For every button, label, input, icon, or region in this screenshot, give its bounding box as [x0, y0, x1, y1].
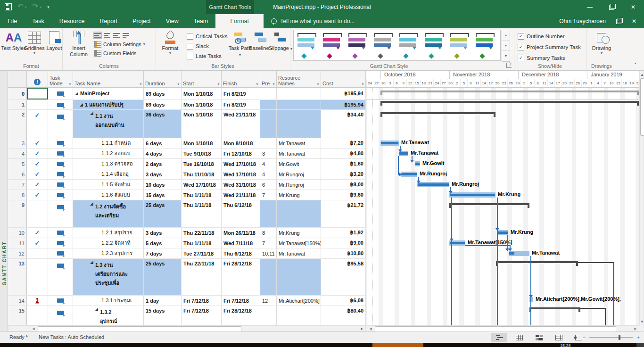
indicator-cell[interactable]: [27, 88, 48, 99]
redo-icon[interactable]: ↷ ▾: [33, 2, 42, 11]
collapse-ribbon-icon[interactable]: ⌃: [634, 62, 637, 67]
cost-cell[interactable]: ฿34,40: [321, 110, 366, 138]
task-mode-cell[interactable]: [48, 110, 73, 138]
row-number[interactable]: 1: [8, 100, 27, 109]
resource-cell[interactable]: [277, 259, 321, 295]
gantt-style-option-4[interactable]: [371, 31, 395, 59]
task-path-button[interactable]: Task Path ▾: [227, 30, 253, 58]
row-number[interactable]: 6: [8, 169, 27, 179]
gantt-style-dialog-launcher-icon[interactable]: [506, 63, 512, 68]
resource-cell[interactable]: Mr.Tanawat: [277, 138, 321, 148]
predecessors-cell[interactable]: [260, 200, 277, 227]
scroll-up-icon[interactable]: ▲: [640, 71, 644, 78]
finish-cell[interactable]: Fri 7/12/18: [222, 296, 260, 306]
predecessors-cell[interactable]: 4: [260, 159, 277, 169]
row-number[interactable]: 0: [8, 88, 27, 99]
timescale-ticks[interactable]: 2427303691215182124273025811141720232629…: [366, 79, 639, 88]
table-horizontal-scrollbar[interactable]: ◄ ►: [8, 325, 366, 331]
cost-cell[interactable]: ฿80,40: [321, 306, 366, 325]
predecessors-cell[interactable]: [260, 110, 277, 138]
gantt-style-option-6[interactable]: [422, 31, 446, 59]
duration-cell[interactable]: 89 days: [144, 88, 182, 99]
finish-cell[interactable]: Fri 12/10/18: [222, 149, 260, 158]
task-name-cell[interactable]: 1.2 งานจัดซื้อและเตรียม: [73, 200, 144, 227]
resource-cell[interactable]: Mr.Rungroj: [277, 169, 321, 179]
cost-cell[interactable]: ฿8,00: [321, 180, 366, 190]
task-name-cell[interactable]: 1.1.5 จัดทำแ: [73, 180, 144, 190]
finish-cell[interactable]: Wed 17/10/18: [222, 159, 260, 169]
start-cell[interactable]: Thu 1/11/18: [182, 238, 222, 248]
start-cell[interactable]: Mon 1/10/18: [182, 110, 222, 138]
duration-cell[interactable]: 1 day: [144, 296, 182, 306]
row-number[interactable]: 2: [8, 110, 27, 138]
column-header-cost[interactable]: Cost▼: [321, 71, 366, 87]
task-name-cell[interactable]: 1 แผนงานปรับปรุ: [73, 100, 144, 109]
gantt-task-bar[interactable]: [415, 161, 420, 166]
checkbox-outline-number[interactable]: ✓Outline Number: [518, 31, 581, 41]
indicator-cell[interactable]: [27, 200, 48, 227]
row-number[interactable]: 8: [8, 190, 27, 200]
timescale-month[interactable]: November 2018: [449, 71, 518, 79]
timescale-month[interactable]: October 2018: [380, 71, 449, 79]
indicator-cell[interactable]: [27, 306, 48, 325]
close-ribbon-icon[interactable]: ✕: [632, 18, 636, 25]
timescale-month[interactable]: January 2019: [587, 71, 639, 79]
column-header-dur[interactable]: Duration▼: [144, 71, 182, 87]
start-cell[interactable]: Thu 22/11/18: [182, 228, 222, 238]
format-button[interactable]: Format ▾: [157, 30, 183, 55]
save-icon[interactable]: [5, 3, 12, 10]
resource-cell[interactable]: [277, 100, 321, 109]
duration-cell[interactable]: 36 days: [144, 110, 182, 138]
gantt-task-bar[interactable]: [449, 192, 495, 198]
task-mode-cell[interactable]: [48, 138, 73, 148]
gantt-style-option-7[interactable]: [447, 31, 471, 59]
zoom-slider[interactable]: [589, 337, 633, 338]
start-cell[interactable]: Wed 17/10/18: [182, 180, 222, 190]
resource-cell[interactable]: Mr.Tanawat: [277, 248, 321, 258]
predecessors-cell[interactable]: [260, 88, 277, 99]
predecessors-cell[interactable]: [260, 138, 277, 148]
row-number[interactable]: 3: [8, 138, 27, 148]
indicator-cell[interactable]: ✓: [27, 190, 48, 200]
cost-cell[interactable]: ฿9,60: [321, 190, 366, 200]
gantt-summary-bar[interactable]: [380, 112, 495, 114]
indicator-cell[interactable]: ✓: [27, 238, 48, 248]
table-row[interactable]: 121.2.3 สรุปการ7 daysTue 27/11/18Thu 6/1…: [8, 248, 366, 259]
cost-cell[interactable]: ฿195,94: [321, 100, 366, 109]
filter-arrow-icon[interactable]: ▼: [256, 83, 259, 86]
task-mode-cell[interactable]: [48, 149, 73, 158]
chart-horizontal-scrollbar[interactable]: ◄ ►: [366, 325, 639, 331]
start-cell[interactable]: Thu 11/10/18: [182, 169, 222, 179]
gallery-more-icon[interactable]: ▼: [502, 51, 510, 61]
predecessors-cell[interactable]: 3: [260, 149, 277, 158]
finish-cell[interactable]: Wed 17/10/18: [222, 169, 260, 179]
start-cell[interactable]: Mon 1/10/18: [182, 100, 222, 109]
taskbar-tray[interactable]: [636, 343, 644, 347]
task-mode-cell[interactable]: [48, 100, 73, 109]
indicator-cell[interactable]: [27, 248, 48, 258]
task-name-cell[interactable]: 1.1.4 เลือกอุ: [73, 169, 144, 179]
tab-task[interactable]: Task: [25, 14, 52, 28]
finish-cell[interactable]: Wed 31/10/18: [222, 180, 260, 190]
indicator-cell[interactable]: ✓: [27, 180, 48, 190]
predecessors-cell[interactable]: 6: [260, 180, 277, 190]
resource-cell[interactable]: Mr.Tanawat: [277, 149, 321, 158]
table-row[interactable]: 5✓1.1.3 ตรวจสอ2 daysTue 16/10/18Wed 17/1…: [8, 159, 366, 169]
start-cell[interactable]: Thu 22/11/18: [182, 259, 222, 295]
row-number[interactable]: 12: [8, 248, 27, 258]
table-row[interactable]: 2✓1.1 งานออกแบบด้าน36 daysMon 1/10/18Wed…: [8, 110, 366, 138]
predecessors-cell[interactable]: 12: [260, 296, 277, 306]
resource-sheet-view-button[interactable]: [551, 333, 567, 342]
tab-team[interactable]: Team: [186, 14, 216, 28]
column-header-finish[interactable]: Finish▼: [222, 71, 260, 87]
checkbox-slack[interactable]: Slack: [187, 41, 228, 51]
resource-cell[interactable]: [277, 110, 321, 138]
row-number[interactable]: 11: [8, 238, 27, 248]
predecessors-cell[interactable]: [260, 100, 277, 109]
finish-cell[interactable]: Wed 7/11/18: [222, 238, 260, 248]
task-mode-cell[interactable]: [48, 169, 73, 179]
cost-cell[interactable]: ฿3,20: [321, 169, 366, 179]
status-new-tasks[interactable]: New Tasks : Auto Scheduled: [39, 334, 104, 340]
predecessors-cell[interactable]: [260, 259, 277, 295]
gantt-style-option-8[interactable]: [473, 31, 497, 59]
